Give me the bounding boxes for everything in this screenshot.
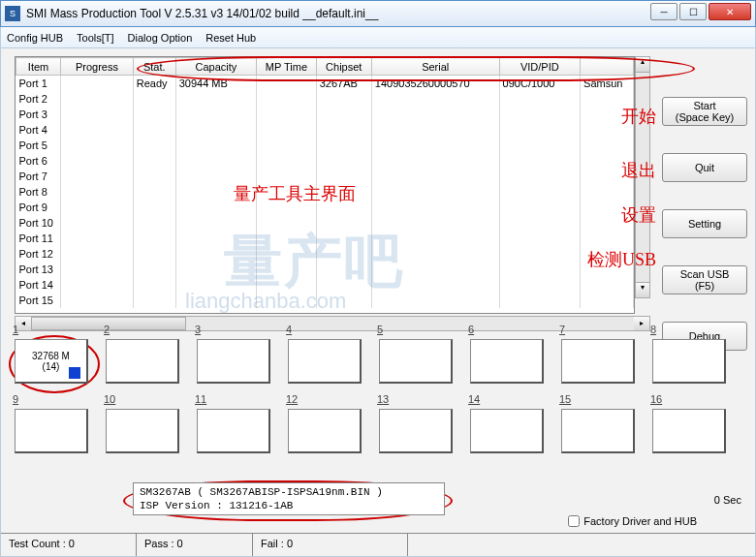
- slot-box[interactable]: [470, 409, 544, 453]
- menubar: Config HUB Tools[T] Dialog Option Reset …: [0, 27, 756, 48]
- maximize-button[interactable]: ☐: [679, 3, 707, 20]
- slot-box[interactable]: [106, 409, 179, 453]
- slot-box[interactable]: [379, 409, 453, 453]
- port-slot-8[interactable]: 8: [648, 337, 732, 397]
- column-header[interactable]: [581, 58, 634, 76]
- slot-box[interactable]: [288, 339, 362, 384]
- table-row[interactable]: Port 4: [16, 122, 634, 138]
- menu-reset-hub[interactable]: Reset Hub: [205, 32, 256, 44]
- slot-box[interactable]: [106, 339, 179, 384]
- port-slot-7[interactable]: 7: [557, 337, 641, 397]
- port-slot-14[interactable]: 14: [466, 407, 550, 467]
- menu-dialog-option[interactable]: Dialog Option: [128, 32, 193, 44]
- port-slot-12[interactable]: 12: [284, 407, 367, 467]
- table-row[interactable]: Port 2: [16, 91, 634, 107]
- slot-number: 15: [559, 393, 571, 405]
- slot-number: 11: [195, 393, 206, 405]
- chipset-info-box: SM3267AB ( SM3267ABISP-ISPSA19nm.BIN ) I…: [133, 482, 445, 515]
- table-row[interactable]: Port 10: [16, 215, 634, 231]
- port-slot-13[interactable]: 13: [375, 407, 458, 467]
- slot-box[interactable]: [197, 339, 270, 384]
- app-icon: S: [5, 6, 20, 21]
- scan-usb-button[interactable]: Scan USB (F5): [662, 265, 747, 294]
- window-title: SMI Mass Production Tool V 2.5.31 v3 14/…: [26, 7, 378, 20]
- titlebar: S SMI Mass Production Tool V 2.5.31 v3 1…: [0, 0, 756, 27]
- table-row[interactable]: Port 8: [16, 184, 634, 200]
- slot-box[interactable]: [561, 339, 635, 384]
- menu-tools[interactable]: Tools[T]: [77, 32, 114, 44]
- slot-number: 7: [559, 324, 565, 335]
- port-slot-10[interactable]: 10: [102, 407, 185, 467]
- table-row[interactable]: Port 3: [16, 107, 634, 122]
- quit-button[interactable]: Quit: [662, 153, 747, 182]
- factory-driver-checkbox[interactable]: [568, 515, 580, 527]
- slot-box[interactable]: [197, 409, 270, 453]
- column-header[interactable]: Chipset: [316, 58, 371, 76]
- port-slot-9[interactable]: 9: [11, 407, 94, 467]
- table-row[interactable]: Port 9: [16, 200, 634, 215]
- horizontal-scrollbar[interactable]: ◂ ▸: [15, 316, 650, 331]
- table-row[interactable]: Port 14: [16, 277, 634, 293]
- vertical-scrollbar[interactable]: ▴ ▾: [635, 56, 650, 298]
- table-row[interactable]: Port 5: [16, 138, 634, 153]
- column-header[interactable]: Progress: [61, 58, 134, 76]
- slot-count: (14): [43, 361, 60, 372]
- menu-config-hub[interactable]: Config HUB: [7, 32, 63, 44]
- port-slot-2[interactable]: 2: [102, 337, 185, 397]
- slot-box[interactable]: [652, 409, 726, 453]
- table-row[interactable]: Port 15: [16, 293, 634, 308]
- table-row[interactable]: Port 1Ready30944 MB3267AB140903526000057…: [16, 76, 634, 91]
- slot-number: 13: [377, 393, 389, 405]
- slot-number: 16: [650, 393, 662, 405]
- statusbar: Test Count : 0 Pass : 0 Fail : 0: [1, 533, 755, 556]
- status-fail: Fail : 0: [253, 534, 408, 556]
- scroll-up-icon[interactable]: ▴: [636, 57, 649, 73]
- slot-box[interactable]: [652, 339, 726, 384]
- slot-box[interactable]: [379, 339, 453, 384]
- port-slot-15[interactable]: 15: [557, 407, 641, 467]
- setting-button[interactable]: Setting: [662, 209, 747, 238]
- port-slot-1[interactable]: 132768 M(14): [11, 337, 94, 397]
- column-header[interactable]: Serial: [371, 58, 499, 76]
- info-line1: SM3267AB ( SM3267ABISP-ISPSA19nm.BIN ): [140, 485, 438, 499]
- port-slot-6[interactable]: 6: [466, 337, 550, 397]
- close-button[interactable]: ✕: [709, 3, 751, 20]
- scroll-right-icon[interactable]: ▸: [634, 317, 649, 330]
- slot-number: 1: [13, 324, 18, 335]
- port-slot-5[interactable]: 5: [375, 337, 458, 397]
- port-slot-16[interactable]: 16: [648, 407, 732, 467]
- slot-number: 9: [13, 393, 18, 405]
- slot-box[interactable]: [561, 409, 635, 453]
- port-table[interactable]: ItemProgressStat.CapacityMP TimeChipsetS…: [15, 56, 635, 314]
- port-slot-11[interactable]: 11: [193, 407, 276, 467]
- info-line2: ISP Version : 131216-1AB: [140, 499, 438, 512]
- column-header[interactable]: Capacity: [175, 58, 256, 76]
- column-header[interactable]: Stat.: [133, 58, 175, 76]
- slot-box[interactable]: [15, 409, 88, 453]
- slot-number: 8: [650, 324, 656, 335]
- minimize-button[interactable]: ─: [650, 3, 677, 20]
- port-slots: 132768 M(14)2345678910111213141516: [11, 337, 732, 467]
- slot-number: 10: [104, 393, 115, 405]
- status-test-count: Test Count : 0: [1, 534, 137, 556]
- column-header[interactable]: MP Time: [257, 58, 317, 76]
- slot-box[interactable]: [470, 339, 544, 384]
- port-slot-3[interactable]: 3: [193, 337, 276, 397]
- slot-number: 3: [195, 324, 201, 335]
- scroll-down-icon[interactable]: ▾: [636, 282, 649, 297]
- slot-number: 14: [468, 393, 480, 405]
- port-slot-4[interactable]: 4: [284, 337, 367, 397]
- slot-box[interactable]: 32768 M(14): [15, 339, 88, 384]
- column-header[interactable]: VID/PID: [499, 58, 580, 76]
- start-button[interactable]: Start (Space Key): [662, 97, 747, 126]
- table-row[interactable]: Port 6: [16, 153, 634, 169]
- table-row[interactable]: Port 13: [16, 262, 634, 277]
- table-row[interactable]: Port 12: [16, 246, 634, 262]
- table-row[interactable]: Port 11: [16, 231, 634, 246]
- slot-capacity: 32768 M: [32, 351, 70, 361]
- table-row[interactable]: Port 7: [16, 169, 634, 184]
- column-header[interactable]: Item: [16, 58, 61, 76]
- slot-indicator-icon: [69, 367, 80, 379]
- slot-box[interactable]: [288, 409, 362, 453]
- factory-driver-label: Factory Driver and HUB: [583, 515, 697, 527]
